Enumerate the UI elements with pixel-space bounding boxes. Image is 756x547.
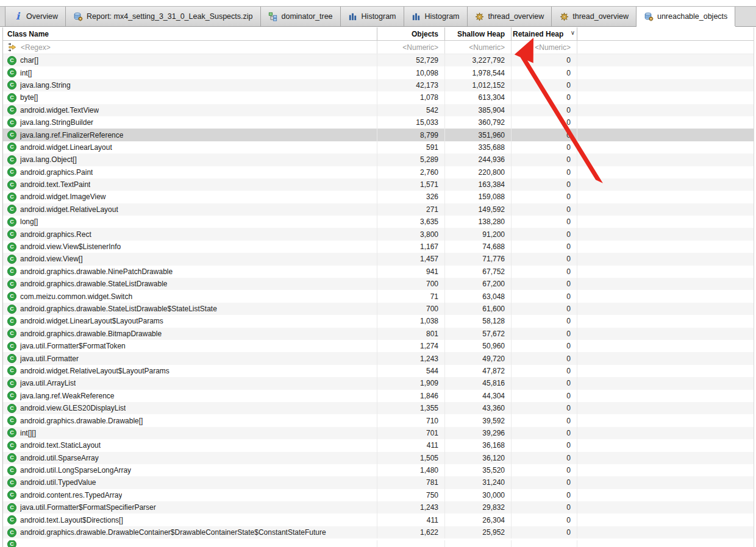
- shallow-heap-cell: 3,227,792: [444, 54, 511, 66]
- table-row[interactable]: Candroid.graphics.drawable.BitmapDrawabl…: [3, 328, 754, 340]
- column-header-label: Retained Heap: [513, 30, 563, 38]
- table-row[interactable]: Candroid.graphics.drawable.Drawable[]710…: [3, 414, 754, 426]
- shallow-heap-cell: 39,592: [444, 414, 511, 426]
- tab-overview[interactable]: iOverview: [5, 7, 66, 26]
- table-row[interactable]: Cjava.lang.StringBuilder15,033360,7920: [3, 116, 754, 129]
- table-row[interactable]: Candroid.util.TypedValue78131,2400: [3, 476, 754, 489]
- class-icon: C: [7, 168, 16, 177]
- table-row[interactable]: Cbyte[]1,078613,3040: [3, 91, 754, 104]
- table-row[interactable]: Cjava.util.Formatter1,24349,7200: [3, 352, 754, 364]
- table-row[interactable]: Ccom.meizu.common.widget.Switch7163,0480: [3, 290, 754, 302]
- class-icon: C: [7, 528, 16, 537]
- table-row[interactable]: Candroid.widget.RelativeLayout$LayoutPar…: [3, 365, 754, 377]
- info-icon: i: [13, 12, 23, 21]
- class-name-label: java.lang.String: [20, 81, 71, 90]
- tab-dominator-tree[interactable]: dominator_tree: [261, 7, 341, 26]
- class-name-cell: Candroid.graphics.Rect: [3, 228, 377, 240]
- class-name-cell: C: [3, 540, 377, 547]
- table-row[interactable]: Candroid.widget.LinearLayout591335,6880: [3, 141, 754, 154]
- tab-label: Histogram: [425, 12, 460, 21]
- table-row[interactable]: Cint[][]70139,2960: [3, 427, 754, 439]
- objects-cell: 8,799: [377, 129, 444, 141]
- tab-unreachable-objects[interactable]: unreachable_objects: [637, 7, 735, 26]
- objects-cell: 10,098: [377, 66, 444, 79]
- column-header-retained-heap[interactable]: Retained Heap ∨: [511, 27, 577, 40]
- table-row[interactable]: Candroid.graphics.drawable.DrawableConta…: [3, 526, 754, 538]
- table-row[interactable]: Candroid.content.res.TypedArray75030,000…: [3, 489, 754, 501]
- table-row[interactable]: Cjava.lang.ref.WeakReference1,84644,3040: [3, 390, 754, 402]
- tab-histogram-1[interactable]: Histogram: [341, 7, 404, 26]
- class-name-label: android.graphics.drawable.StateListDrawa…: [20, 305, 217, 313]
- table-row[interactable]: Cjava.util.ArrayList1,90945,8160: [3, 377, 754, 389]
- tab-label: thread_overview: [572, 12, 629, 21]
- shallow-heap-cell: 25,952: [444, 526, 511, 538]
- table-row[interactable]: Candroid.util.SparseArray1,50536,1200: [3, 452, 754, 464]
- table-row[interactable]: Candroid.util.LongSparseLongArray1,48035…: [3, 464, 754, 476]
- table-row[interactable]: Candroid.view.View$ListenerInfo1,16774,6…: [3, 241, 754, 253]
- tab-histogram-2[interactable]: Histogram: [404, 7, 468, 26]
- numeric-filter-field-retained[interactable]: <Numeric>: [511, 41, 577, 54]
- table-row[interactable]: Cjava.util.Formatter$FormatToken1,27450,…: [3, 340, 754, 352]
- class-icon: C: [7, 416, 16, 425]
- table-row[interactable]: Candroid.widget.LinearLayout$LayoutParam…: [3, 315, 754, 327]
- table-row[interactable]: Candroid.graphics.drawable.StateListDraw…: [3, 278, 754, 290]
- table-row[interactable]: Cjava.lang.Object[]5,289244,9360: [3, 154, 754, 166]
- regex-filter-field[interactable]: <Regex>: [3, 41, 377, 54]
- table-row[interactable]: Cchar[]52,7293,227,7920: [3, 54, 754, 66]
- table-row[interactable]: Candroid.view.GLES20DisplayList1,35543,3…: [3, 402, 754, 414]
- table-row[interactable]: Candroid.widget.ImageView326159,0880: [3, 191, 754, 203]
- retained-heap-cell: 0: [511, 79, 577, 91]
- class-name-cell: Candroid.graphics.drawable.StateListDraw…: [3, 278, 377, 290]
- table-row[interactable]: Candroid.text.TextPaint1,571163,3840: [3, 178, 754, 191]
- class-icon: C: [7, 540, 16, 547]
- shallow-heap-cell: 149,592: [444, 203, 511, 216]
- retained-heap-cell: 0: [511, 116, 577, 129]
- class-icon: C: [7, 255, 16, 264]
- column-header-objects[interactable]: Objects: [377, 27, 444, 40]
- retained-heap-cell: 0: [511, 129, 577, 141]
- table-row[interactable]: Cint[]10,0981,978,5440: [3, 66, 754, 79]
- table-body: Cchar[]52,7293,227,7920Cint[]10,0981,978…: [3, 54, 754, 547]
- table-row[interactable]: Candroid.view.View[]1,45771,7760: [3, 253, 754, 265]
- class-name-label: long[]: [20, 217, 38, 226]
- table-row[interactable]: Candroid.graphics.Paint2,760220,8000: [3, 166, 754, 178]
- column-header-class-name[interactable]: Class Name: [3, 27, 377, 40]
- column-header-shallow-heap[interactable]: Shallow Heap: [444, 27, 511, 40]
- table-row[interactable]: Candroid.text.StaticLayout41136,1680: [3, 439, 754, 451]
- tab-thread-overview-1[interactable]: thread_overview: [468, 7, 552, 26]
- shallow-heap-cell: 67,200: [444, 278, 511, 290]
- shallow-heap-cell: 36,168: [444, 439, 511, 451]
- table-row[interactable]: Candroid.widget.TextView542385,9040: [3, 104, 754, 116]
- shallow-heap-cell: 385,904: [444, 104, 511, 116]
- table-row[interactable]: Candroid.text.Layout$Directions[]41126,3…: [3, 513, 754, 526]
- objects-cell: 781: [377, 476, 444, 489]
- table-row[interactable]: Cjava.lang.ref.FinalizerReference8,79935…: [3, 129, 754, 141]
- objects-cell: 271: [377, 203, 444, 216]
- retained-heap-cell: 0: [511, 340, 577, 352]
- class-name-cell: Candroid.widget.LinearLayout$LayoutParam…: [3, 315, 377, 327]
- table-row[interactable]: Cjava.util.Formatter$FormatSpecifierPars…: [3, 501, 754, 513]
- table-row[interactable]: Clong[]3,635138,2800: [3, 216, 754, 228]
- retained-heap-cell: 0: [511, 402, 577, 414]
- retained-heap-cell: 0: [511, 104, 577, 116]
- histogram-icon: [348, 12, 358, 21]
- class-name-label: android.graphics.Paint: [20, 168, 93, 177]
- class-icon: C: [7, 490, 16, 499]
- table-row[interactable]: Candroid.widget.RelativeLayout271149,592…: [3, 203, 754, 216]
- class-name-label: java.util.Formatter$FormatSpecifierParse…: [20, 503, 156, 512]
- tab-report[interactable]: Report: mx4_setting_3_31_0_Leak_Suspects…: [66, 7, 260, 26]
- row-spacer: [577, 365, 754, 377]
- numeric-filter-placeholder: <Numeric>: [402, 43, 438, 52]
- table-row-partial[interactable]: C: [3, 538, 754, 547]
- numeric-filter-field-objects[interactable]: <Numeric>: [377, 41, 444, 54]
- table-row[interactable]: Candroid.graphics.drawable.NinePatchDraw…: [3, 266, 754, 278]
- class-name-label: java.util.Formatter: [20, 355, 79, 363]
- tab-thread-overview-2[interactable]: thread_overview: [552, 7, 637, 26]
- table-row[interactable]: Candroid.graphics.Rect3,80091,2000: [3, 228, 754, 240]
- numeric-filter-field-shallow[interactable]: <Numeric>: [444, 41, 511, 54]
- class-icon: C: [7, 105, 16, 115]
- table-row[interactable]: Candroid.graphics.drawable.StateListDraw…: [3, 303, 754, 315]
- class-name-cell: Cchar[]: [3, 54, 377, 66]
- table-row[interactable]: Cjava.lang.String42,1731,012,1520: [3, 79, 754, 91]
- retained-heap-cell: 0: [511, 476, 577, 489]
